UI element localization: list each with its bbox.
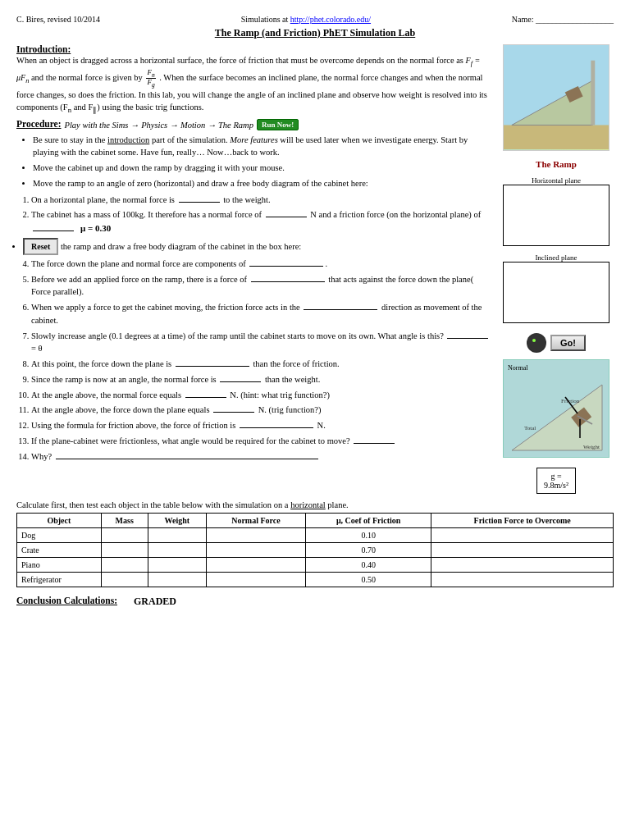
numbered-item-12: If the plane-cabinet were frictionless, …: [31, 435, 491, 448]
table-section: Calculate first, then test each object i…: [16, 500, 614, 587]
name-field: Name: ___________________: [512, 15, 614, 24]
table-row: Crate 0.70: [17, 543, 614, 558]
blank-12: [354, 443, 395, 444]
mass-refrigerator: [101, 573, 148, 587]
left-content: Introduction: When an object is dragged …: [16, 44, 491, 494]
numbered-item-2: The cabinet has a mass of 100kg. It ther…: [31, 208, 491, 235]
reset-button[interactable]: Reset: [23, 238, 58, 255]
procedure-heading: Procedure:: [16, 119, 62, 129]
svg-text:Normal: Normal: [508, 364, 528, 372]
procedure-section: Procedure: Play with the Sims → Physics …: [16, 119, 491, 463]
svg-point-6: [532, 339, 536, 342]
obj-refrigerator: Refrigerator: [17, 573, 102, 587]
numbered-item-13: Why?: [31, 450, 491, 463]
force-diagram-box: Normal Friction Total Weight: [503, 359, 609, 458]
blank-7: [176, 366, 249, 367]
ramp-svg: [504, 44, 609, 150]
bullet-list: Be sure to stay in the introduction part…: [16, 134, 491, 190]
main-layout: Introduction: When an object is dragged …: [16, 44, 614, 494]
introduction-underline: introduction: [107, 135, 149, 144]
ramp-label: The Ramp: [536, 159, 577, 169]
mu-crate: 0.70: [305, 543, 431, 558]
bullet-item-3: Move the ramp to an angle of zero (horiz…: [33, 177, 491, 190]
numbered-item-9: At the angle above, the normal force equ…: [31, 389, 491, 402]
bullet-item-2: Move the cabinet up and down the ramp by…: [33, 162, 491, 175]
col-friction: Friction Force to Overcome: [431, 514, 614, 528]
mu-refrigerator: 0.50: [305, 573, 431, 587]
table-row: Piano 0.40: [17, 558, 614, 573]
blank-9: [185, 397, 226, 398]
numbered-item-11: Using the formula for friction above, th…: [31, 419, 491, 432]
normal-refrigerator: [206, 573, 305, 587]
go-icon: [527, 333, 546, 353]
inclined-plane-label: Inclined plane: [503, 253, 609, 262]
blank-1: [179, 202, 220, 203]
reset-item: Reset the ramp and draw a free body diag…: [23, 238, 491, 255]
svg-rect-4: [591, 61, 595, 126]
mu-dog: 0.10: [305, 528, 431, 543]
conclusion-heading: Conclusion Calculations:: [16, 596, 117, 605]
col-normal: Normal Force: [206, 514, 305, 528]
weight-refrigerator: [148, 573, 206, 587]
mass-dog: [101, 528, 148, 543]
svg-rect-1: [504, 125, 609, 149]
numbered-item-10: At the angle above, the force down the p…: [31, 404, 491, 417]
numbered-item-5: When we apply a force to get the cabinet…: [31, 301, 491, 327]
go-button[interactable]: Go!: [550, 335, 586, 351]
col-mu: μ, Coef of Friction: [305, 514, 431, 528]
graded-label: GRADED: [134, 596, 176, 608]
author-text: C. Bires, revised 10/2014: [16, 15, 100, 24]
blank-3: [249, 266, 323, 267]
inclined-plane-container: Inclined plane: [503, 253, 609, 323]
svg-text:Weight: Weight: [583, 444, 600, 450]
header: C. Bires, revised 10/2014 Simulations at…: [16, 15, 614, 24]
mass-crate: [101, 543, 148, 558]
weight-dog: [148, 528, 206, 543]
blank-10: [213, 412, 254, 413]
data-table: Object Mass Weight Normal Force μ, Coef …: [16, 513, 614, 587]
svg-point-5: [529, 336, 544, 350]
mu-value: μ = 0.30: [80, 223, 111, 233]
obj-piano: Piano: [17, 558, 102, 573]
friction-crate: [431, 543, 614, 558]
mu-piano: 0.40: [305, 558, 431, 573]
nav-text: Play with the Sims → Physics → Motion → …: [65, 121, 253, 130]
more-features: More features: [230, 135, 277, 144]
blank-2b: [33, 231, 74, 231]
numbered-item-3: The force down the plane and normal forc…: [31, 258, 491, 271]
g-value-box: g = 9.8m/s²: [536, 468, 576, 494]
numbered-item-6: Slowly increase angle (0.1 degrees at a …: [31, 330, 491, 356]
weight-crate: [148, 543, 206, 558]
numbered-list: On a horizontal plane, the normal force …: [16, 194, 491, 463]
ramp-image: [503, 44, 609, 151]
horizontal-underline: horizontal: [290, 500, 326, 509]
col-weight: Weight: [148, 514, 206, 528]
right-sidebar: The Ramp Horizontal plane Inclined plane…: [499, 44, 614, 494]
friction-piano: [431, 558, 614, 573]
go-button-area: Go!: [527, 333, 586, 353]
horizontal-plane-container: Horizontal plane: [503, 176, 609, 246]
formula2: FnFg: [144, 73, 159, 82]
obj-crate: Crate: [17, 543, 102, 558]
page-title: The Ramp (and Friction) PhET Simulation …: [16, 27, 614, 39]
go-icon-svg: [528, 335, 545, 351]
inclined-plane-box: [503, 262, 609, 323]
blank-6: [447, 338, 488, 339]
blank-13: [56, 459, 318, 459]
sim-url[interactable]: http://phet.colorado.edu/: [290, 15, 371, 24]
numbered-item-1: On a horizontal plane, the normal force …: [31, 194, 491, 207]
g-value-2: 9.8m/s²: [544, 481, 568, 490]
procedure-heading-line: Procedure: Play with the Sims → Physics …: [16, 119, 491, 131]
svg-text:Total: Total: [524, 425, 536, 431]
blank-8: [220, 381, 261, 382]
conclusion-row: Conclusion Calculations: GRADED: [16, 596, 614, 608]
full-width-section: Calculate first, then test each object i…: [16, 500, 614, 608]
horizontal-plane-box: [503, 185, 609, 246]
table-row: Refrigerator 0.50: [17, 573, 614, 587]
run-now-button[interactable]: Run Now!: [257, 119, 299, 130]
col-object: Object: [17, 514, 102, 528]
numbered-item-8: Since the ramp is now at an angle, the n…: [31, 373, 491, 386]
blank-11: [240, 427, 313, 428]
table-intro: Calculate first, then test each object i…: [16, 500, 614, 509]
introduction-section: Introduction: When an object is dragged …: [16, 44, 491, 116]
